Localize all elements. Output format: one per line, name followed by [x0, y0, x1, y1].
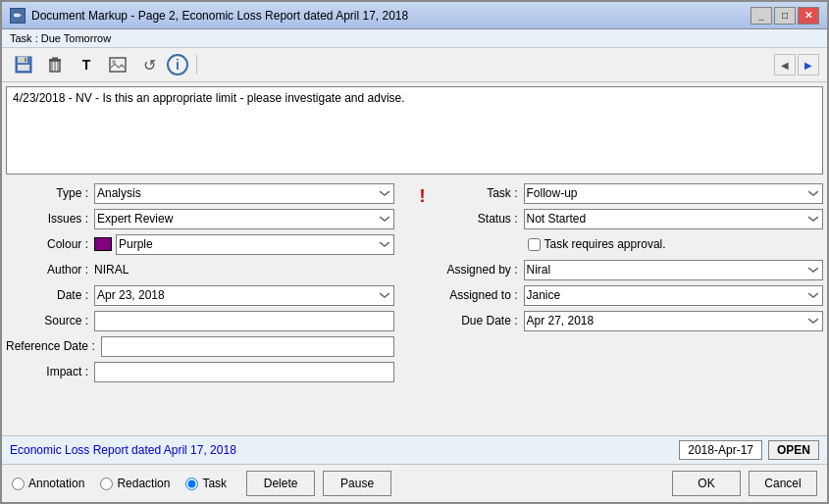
task-row: Task : Follow-up Review Action [436, 182, 824, 204]
assigned-by-label: Assigned by : [436, 263, 524, 277]
impact-input[interactable] [94, 362, 394, 382]
task-radio-item: Task [185, 477, 227, 490]
assigned-by-select[interactable]: Niral Admin User1 [524, 260, 824, 280]
radio-group: Annotation Redaction Task [12, 477, 227, 490]
reference-date-control [101, 336, 394, 357]
impact-control [94, 362, 394, 382]
delete-toolbar-button[interactable] [41, 52, 69, 77]
ok-button[interactable]: OK [672, 471, 741, 496]
right-form: Task : Follow-up Review Action Status : [426, 182, 824, 431]
task-text: Task : Due Tomorrow [10, 32, 111, 44]
colour-row: Colour : Purple Red Blue Green Yellow [6, 233, 394, 255]
trash-icon [46, 56, 64, 74]
save-button[interactable] [10, 52, 37, 77]
pause-button[interactable]: Pause [323, 471, 391, 496]
date-row: Date : Apr 23, 2018 [6, 284, 394, 306]
alert-area: ! [414, 182, 426, 431]
source-input[interactable] [94, 311, 394, 331]
assigned-by-control: Niral Admin User1 [524, 260, 824, 280]
info-button[interactable]: i [167, 54, 188, 76]
color-swatch [94, 237, 112, 251]
assigned-to-select[interactable]: Janice User2 User3 [524, 285, 824, 306]
cancel-button[interactable]: Cancel [749, 471, 817, 496]
impact-label: Impact : [6, 365, 94, 378]
assigned-by-row: Assigned by : Niral Admin User1 [436, 259, 824, 280]
author-label: Author : [6, 263, 94, 277]
assigned-to-control: Janice User2 User3 [524, 285, 824, 306]
save-icon [15, 56, 32, 74]
status-right: 2018-Apr-17 OPEN [679, 440, 819, 460]
date-control: Apr 23, 2018 [94, 285, 394, 306]
status-label: Status : [436, 212, 524, 226]
type-label: Type : [6, 186, 94, 200]
approval-control: Task requires approval. [524, 237, 666, 251]
author-control: NIRAL [94, 263, 394, 277]
refresh-button[interactable]: ↺ [135, 52, 163, 77]
type-row: Type : Analysis Comment Note [6, 182, 394, 204]
author-value: NIRAL [94, 263, 129, 277]
issues-row: Issues : Expert Review General Legal [6, 208, 394, 229]
title-controls: _ □ ✕ [751, 7, 819, 25]
markup-text-area[interactable]: 4/23/2018 - NV - Is this an appropriate … [6, 86, 823, 175]
task-radio-label: Task [202, 477, 227, 490]
annotation-radio[interactable] [12, 478, 25, 490]
status-select[interactable]: Not Started In Progress Completed [524, 209, 824, 229]
colour-control: Purple Red Blue Green Yellow [94, 234, 394, 255]
issues-control: Expert Review General Legal [94, 209, 394, 229]
svg-rect-9 [52, 58, 58, 60]
redaction-label: Redaction [117, 477, 170, 490]
due-date-label: Due Date : [436, 314, 524, 328]
toolbar-right: ◀ ▶ [774, 54, 819, 76]
status-open: OPEN [768, 440, 819, 460]
prev-button[interactable]: ◀ [774, 54, 796, 76]
due-date-select[interactable]: Apr 27, 2018 Apr 28, 2018 [524, 311, 824, 331]
assigned-to-row: Assigned to : Janice User2 User3 [436, 284, 824, 306]
toolbar-separator [196, 55, 197, 75]
colour-label: Colour : [6, 237, 94, 251]
bottom-bar: Annotation Redaction Task Delete Pause O… [2, 464, 827, 502]
task-select[interactable]: Follow-up Review Action [524, 183, 824, 204]
image-icon [109, 56, 127, 74]
type-select[interactable]: Analysis Comment Note [94, 183, 394, 204]
issues-select[interactable]: Expert Review General Legal [94, 209, 394, 229]
main-window: ✏ Document Markup - Page 2, Economic Los… [0, 0, 829, 504]
status-date: 2018-Apr-17 [679, 440, 762, 460]
due-date-row: Due Date : Apr 27, 2018 Apr 28, 2018 [436, 310, 824, 331]
content-area: 4/23/2018 - NV - Is this an appropriate … [2, 82, 827, 435]
colour-select[interactable]: Purple Red Blue Green Yellow [116, 234, 394, 255]
due-date-control: Apr 27, 2018 Apr 28, 2018 [524, 311, 824, 331]
task-radio[interactable] [185, 478, 198, 490]
window-title: Document Markup - Page 2, Economic Loss … [31, 9, 408, 23]
image-button[interactable] [104, 52, 131, 77]
source-row: Source : [6, 310, 394, 331]
source-control [94, 311, 394, 331]
status-row: Status : Not Started In Progress Complet… [436, 208, 824, 229]
text-button[interactable]: T [73, 52, 100, 77]
issues-label: Issues : [6, 212, 94, 226]
approval-label: Task requires approval. [544, 237, 666, 251]
app-icon: ✏ [10, 8, 26, 24]
approval-checkbox[interactable] [528, 238, 541, 251]
maximize-button[interactable]: □ [774, 7, 796, 25]
close-button[interactable]: ✕ [798, 7, 819, 25]
delete-button[interactable]: Delete [246, 471, 315, 496]
task-control: Follow-up Review Action [524, 183, 824, 204]
type-control: Analysis Comment Note [94, 183, 394, 204]
title-bar: ✏ Document Markup - Page 2, Economic Los… [2, 2, 827, 29]
reference-date-input[interactable] [101, 336, 394, 357]
source-label: Source : [6, 314, 94, 328]
status-control: Not Started In Progress Completed [524, 209, 824, 229]
document-link[interactable]: Economic Loss Report dated April 17, 201… [10, 443, 236, 457]
assigned-to-label: Assigned to : [436, 288, 524, 302]
task-bar: Task : Due Tomorrow [2, 29, 827, 48]
impact-row: Impact : [6, 361, 394, 382]
form-area: Type : Analysis Comment Note Issues : [6, 182, 823, 431]
minimize-button[interactable]: _ [751, 7, 772, 25]
svg-rect-2 [18, 65, 29, 71]
svg-rect-10 [110, 58, 126, 72]
redaction-radio[interactable] [100, 478, 113, 490]
bottom-actions: Delete Pause [246, 471, 391, 496]
date-select[interactable]: Apr 23, 2018 [94, 285, 394, 306]
reference-date-row: Reference Date : [6, 335, 394, 357]
next-button[interactable]: ▶ [798, 54, 819, 76]
